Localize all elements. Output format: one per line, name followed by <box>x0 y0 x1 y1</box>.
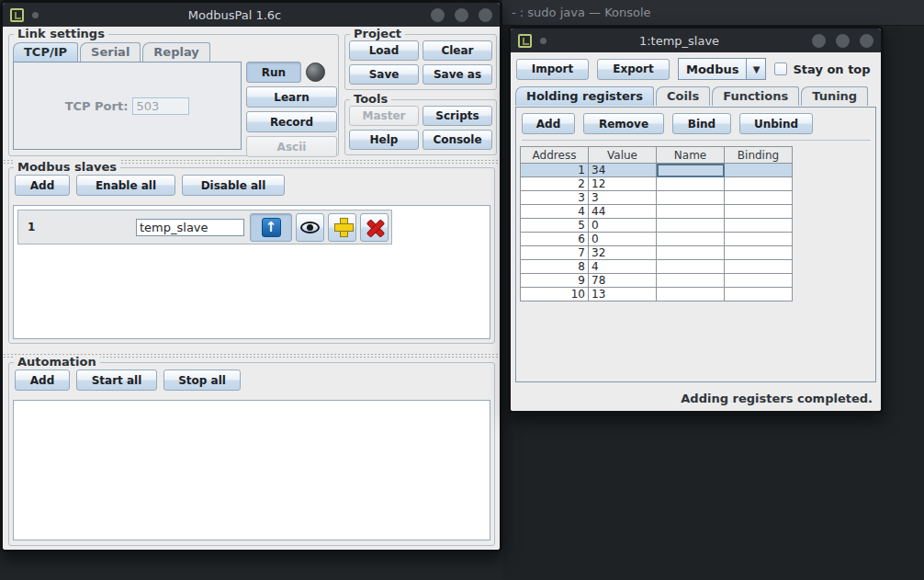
tab-tcpip[interactable]: TCP/IP <box>13 42 78 62</box>
cell-binding[interactable] <box>725 246 793 260</box>
cell-name[interactable] <box>657 205 725 219</box>
table-row[interactable]: 60 <box>521 233 793 246</box>
cell-address[interactable]: 10 <box>521 288 589 301</box>
tab-holding-registers[interactable]: Holding registers <box>515 86 654 106</box>
cell-name[interactable] <box>657 177 725 191</box>
cell-address[interactable]: 1 <box>521 164 589 177</box>
slave-delete-button[interactable] <box>360 213 389 242</box>
export-button[interactable]: Export <box>597 59 670 80</box>
close-button[interactable] <box>479 8 492 22</box>
cell-address[interactable]: 2 <box>521 177 589 191</box>
cell-name[interactable] <box>657 260 725 274</box>
save-button[interactable]: Save <box>349 64 419 85</box>
tab-serial[interactable]: Serial <box>80 42 141 62</box>
slave-enable-toggle[interactable]: ↑ <box>250 213 292 242</box>
cell-address[interactable]: 3 <box>521 191 589 205</box>
console-button[interactable]: Console <box>423 130 492 150</box>
tab-coils[interactable]: Coils <box>656 86 710 106</box>
cell-binding[interactable] <box>725 205 793 219</box>
cell-value[interactable]: 0 <box>589 233 657 246</box>
clear-button[interactable]: Clear <box>423 40 492 61</box>
cell-value[interactable]: 78 <box>589 274 657 288</box>
cell-binding[interactable] <box>725 177 793 191</box>
cell-value[interactable]: 44 <box>589 205 657 219</box>
remove-register-button[interactable]: Remove <box>583 113 664 134</box>
cell-value[interactable]: 13 <box>589 288 657 301</box>
modbuspal-titlebar[interactable]: ModbusPal 1.6c <box>3 3 500 27</box>
tab-tuning[interactable]: Tuning <box>801 86 868 106</box>
cell-binding[interactable] <box>725 260 793 274</box>
help-button[interactable]: Help <box>349 130 419 150</box>
cell-value[interactable]: 4 <box>589 260 657 274</box>
add-register-button[interactable]: Add <box>522 113 575 134</box>
protocol-combobox[interactable]: Modbus ▼ <box>678 58 766 80</box>
record-button[interactable]: Record <box>246 111 337 132</box>
maximize-button[interactable] <box>455 8 468 22</box>
table-row[interactable]: 444 <box>521 205 793 219</box>
table-row[interactable]: 978 <box>521 274 793 288</box>
cell-value[interactable]: 32 <box>589 246 657 260</box>
stop-all-button[interactable]: Stop all <box>163 370 241 391</box>
cell-value[interactable]: 0 <box>589 219 657 233</box>
slave-view-button[interactable] <box>296 213 324 242</box>
tab-functions[interactable]: Functions <box>712 86 799 106</box>
load-button[interactable]: Load <box>349 40 419 61</box>
cell-name[interactable] <box>657 191 725 205</box>
table-row[interactable]: 134 <box>521 164 793 177</box>
table-row[interactable]: 732 <box>521 246 793 260</box>
scripts-button[interactable]: Scripts <box>423 106 492 126</box>
cell-address[interactable]: 5 <box>521 219 589 233</box>
start-all-button[interactable]: Start all <box>76 370 157 391</box>
cell-binding[interactable] <box>725 233 793 246</box>
cell-binding[interactable] <box>725 219 793 233</box>
chevron-down-icon[interactable]: ▼ <box>747 58 766 80</box>
table-row[interactable]: 212 <box>521 177 793 191</box>
cell-address[interactable]: 4 <box>521 205 589 219</box>
close-button[interactable] <box>860 34 873 48</box>
cell-address[interactable]: 7 <box>521 246 589 260</box>
tcp-port-input[interactable] <box>132 97 189 115</box>
cell-name[interactable] <box>657 233 725 246</box>
window-menu-icon[interactable] <box>518 34 532 48</box>
run-button[interactable]: Run <box>246 62 301 83</box>
cell-binding[interactable] <box>725 191 793 205</box>
slave-name-input[interactable] <box>136 219 244 236</box>
cell-address[interactable]: 6 <box>521 233 589 246</box>
cell-name[interactable] <box>657 246 725 260</box>
cell-address[interactable]: 9 <box>521 274 589 288</box>
cell-name[interactable] <box>657 288 725 301</box>
window-menu-icon[interactable] <box>10 8 24 22</box>
add-automation-button[interactable]: Add <box>15 370 70 391</box>
minimize-button[interactable] <box>431 8 445 22</box>
cell-address[interactable]: 8 <box>521 260 589 274</box>
table-row[interactable]: 33 <box>521 191 793 205</box>
disable-all-button[interactable]: Disable all <box>182 175 285 196</box>
cell-name[interactable] <box>657 219 725 233</box>
cell-name[interactable] <box>657 164 725 177</box>
learn-button[interactable]: Learn <box>246 86 337 108</box>
save-as-button[interactable]: Save as <box>423 64 492 85</box>
cell-binding[interactable] <box>725 164 793 177</box>
enable-all-button[interactable]: Enable all <box>76 175 175 196</box>
import-button[interactable]: Import <box>516 59 589 80</box>
konsole-titlebar[interactable]: - : sudo java — Konsole <box>502 0 924 26</box>
stay-on-top-option[interactable]: Stay on top <box>774 63 870 76</box>
slave-window-titlebar[interactable]: 1:temp_slave <box>511 28 881 52</box>
cell-binding[interactable] <box>725 288 793 301</box>
add-slave-button[interactable]: Add <box>15 175 70 196</box>
minimize-button[interactable] <box>812 34 826 48</box>
maximize-button[interactable] <box>836 34 850 48</box>
unbind-button[interactable]: Unbind <box>739 113 813 134</box>
table-row[interactable]: 1013 <box>521 288 793 301</box>
stay-on-top-checkbox[interactable] <box>774 63 787 75</box>
bind-button[interactable]: Bind <box>672 113 731 134</box>
slave-duplicate-button[interactable] <box>328 213 356 242</box>
tab-replay[interactable]: Replay <box>142 42 209 62</box>
cell-value[interactable]: 12 <box>589 177 657 191</box>
table-row[interactable]: 84 <box>521 260 793 274</box>
table-row[interactable]: 50 <box>521 219 793 233</box>
cell-value[interactable]: 3 <box>589 191 657 205</box>
cell-value[interactable]: 34 <box>589 164 657 177</box>
cell-name[interactable] <box>657 274 725 288</box>
cell-binding[interactable] <box>725 274 793 288</box>
